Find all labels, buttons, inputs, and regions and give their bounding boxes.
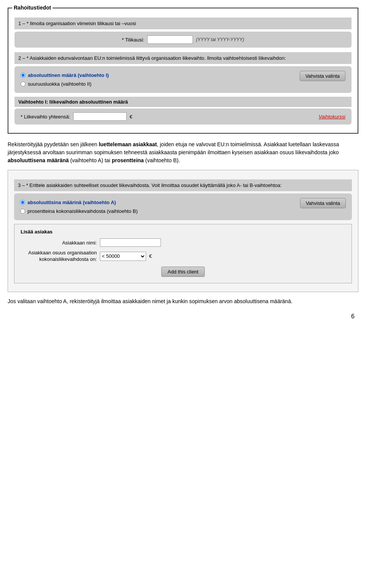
euro-sign-1: €	[130, 114, 132, 120]
vahvista-valinta-button-2[interactable]: Vahvista valinta	[300, 198, 346, 208]
option2-label: suuruusluokka (vaihtoehto II)	[28, 81, 92, 87]
body-text-1-rest2: (vaihtoehto A) tai	[69, 157, 112, 163]
radio-col-ab: absoluuttisina määrinä (vaihtoehto A) pr…	[20, 198, 300, 216]
option-vaihtoehto-flex: absoluuttinen määrä (vaihtoehto I) suuru…	[21, 71, 345, 88]
radio-option-a[interactable]: absoluuttisina määrinä (vaihtoehto A)	[20, 198, 300, 207]
body-text-1-rest3: (vaihtoehto B).	[144, 157, 180, 163]
row1-header: 1 – * Ilmoita organisaation viimeisin ti…	[14, 18, 352, 29]
radio-prosentteina[interactable]	[20, 209, 25, 214]
body-text-bold-1: luettelemaan asiakkaat	[99, 141, 157, 147]
option-ab-box: absoluuttisina määrinä (vaihtoehto A) pr…	[14, 193, 352, 220]
liikevaihto-row: * Liikevaihto yhteensä: € Vaihtokurssi	[14, 109, 352, 125]
body-text-bold-3: prosentteina	[112, 157, 144, 163]
osuus-label: Asiakkaan osuus organisaation kokonaisli…	[21, 250, 97, 263]
radio-option-2[interactable]: suuruusluokka (vaihtoehto II)	[21, 80, 300, 88]
add-client-button[interactable]: Add this client	[161, 267, 205, 277]
radio-absoluuttinen[interactable]	[21, 73, 26, 78]
euro-sign-2: €	[149, 253, 152, 259]
radio-option-b[interactable]: prosentteina kokonaisliikevaihdosta (vai…	[20, 207, 300, 216]
option-vaihtoehto-box: absoluuttinen määrä (vaihtoehto I) suuru…	[14, 66, 352, 93]
asiakkaan-nimi-input[interactable]	[100, 238, 161, 247]
tilikausi-input[interactable]	[147, 35, 193, 44]
body-text-bold-2: absoluuttisena määränä	[8, 157, 69, 163]
osuus-dropdown[interactable]: < 50000 50000 - 100000 100000 - 500000 >…	[100, 252, 146, 261]
lisaa-asiakas-box: Lisää asiakas Asiakkaan nimi: Asiakkaan …	[14, 224, 352, 283]
vahvista-valinta-button-1[interactable]: Vahvista valinta	[300, 71, 345, 81]
page-number: 6	[8, 313, 358, 320]
radio-abs-maarina[interactable]	[20, 200, 25, 205]
osuus-row: Asiakkaan osuus organisaation kokonaisli…	[21, 250, 345, 263]
asiakkaan-nimi-label: Asiakkaan nimi:	[21, 240, 97, 246]
tilikausi-label: * Tilikausi:	[122, 37, 144, 43]
radio-option-1[interactable]: absoluuttinen määrä (vaihtoehto I)	[21, 71, 300, 80]
section3-box: 3 – * Erittele asiakkaiden suhteelliset …	[8, 170, 358, 292]
option-ab-flex: absoluuttisina määrinä (vaihtoehto A) pr…	[20, 198, 346, 216]
liikevaihto-label: * Liikevaihto yhteensä:	[21, 114, 70, 120]
lisaa-asiakas-title: Lisää asiakas	[21, 229, 345, 235]
rahoitus-section: Rahoitustiedot 1 – * Ilmoita organisaati…	[8, 8, 358, 134]
option-b-label: prosentteina kokonaisliikevaihdosta (vai…	[27, 208, 138, 214]
body-paragraph-1: Rekisteröityjää pyydetään sen jälkeen lu…	[8, 141, 358, 165]
tilikausi-hint: (YYYY tai YYYY-YYYY)	[196, 37, 244, 42]
radio-col-vaihtoehto: absoluuttinen määrä (vaihtoehto I) suuru…	[21, 71, 300, 88]
option1-label: absoluuttinen määrä (vaihtoehto I)	[28, 72, 109, 78]
radio-suuruusluokka[interactable]	[21, 81, 26, 86]
vaihtokurssi-link[interactable]: Vaihtokurssi	[319, 114, 345, 120]
body-text-1-pre: Rekisteröityjää pyydetään sen jälkeen	[8, 141, 99, 147]
vaihtoehto1-header: Vaihtoehto I: liikevaihdon absoluuttinen…	[14, 97, 352, 107]
tilikausi-row: * Tilikausi: (YYYY tai YYYY-YYYY)	[14, 32, 352, 48]
rahoitus-title: Rahoitustiedot	[12, 5, 53, 11]
row3-header: 3 – * Erittele asiakkaiden suhteelliset …	[14, 179, 352, 191]
body-paragraph-2: Jos valitaan vaihtoehto A, rekisteröityj…	[8, 297, 358, 305]
liikevaihto-input[interactable]	[73, 112, 127, 121]
option-a-label: absoluuttisina määrinä (vaihtoehto A)	[27, 200, 116, 205]
asiakkaan-nimi-row: Asiakkaan nimi:	[21, 238, 345, 247]
row2-header: 2 – * Asiakkaiden edunvalvontaan EU:n to…	[14, 52, 352, 64]
